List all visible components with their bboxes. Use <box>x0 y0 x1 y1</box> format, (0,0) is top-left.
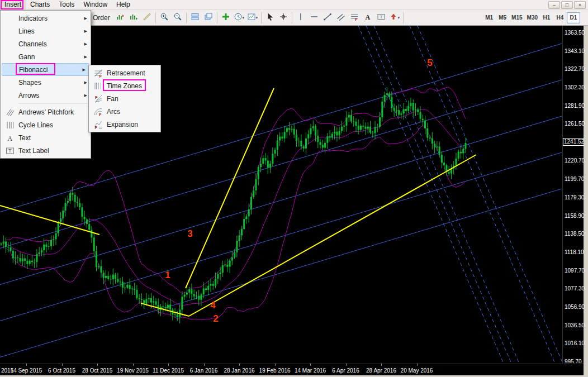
new-order-button[interactable]: Order <box>93 13 113 23</box>
fibonacci-submenu-item-retracement[interactable]: FRetracement <box>89 66 160 79</box>
zoom-in-button[interactable] <box>158 12 171 24</box>
timeframe-m5[interactable]: M5 <box>496 12 509 23</box>
timeframe-m15[interactable]: M15 <box>509 12 524 23</box>
period-clock-button[interactable]: ▾ <box>233 12 246 24</box>
price-axis-label: 1281.90 <box>565 103 585 109</box>
close-button[interactable]: × <box>574 1 586 9</box>
minimize-button[interactable]: – <box>548 1 560 9</box>
ruler-button[interactable] <box>140 12 154 24</box>
restore-button[interactable]: □ <box>561 1 573 9</box>
insert-menu-item-cycle-lines[interactable]: Cycle Lines <box>1 118 91 131</box>
new-chart-icon <box>221 12 230 23</box>
chart-shift-button[interactable] <box>113 12 127 24</box>
insert-menu-item-text-label[interactable]: TText Label <box>1 144 91 157</box>
price-axis-label: 1261.50 <box>565 121 585 127</box>
cursor-button[interactable] <box>263 12 277 24</box>
current-price-badge: 1241.52 <box>563 138 584 146</box>
svg-text:A: A <box>8 134 13 142</box>
chart-autoscroll-button[interactable] <box>127 12 140 24</box>
menu-tools[interactable]: Tools <box>54 0 79 9</box>
chart-shift-icon <box>116 12 125 23</box>
insert-menu-item-lines[interactable]: Lines▶ <box>1 25 91 37</box>
price-axis[interactable]: 1363.501343.101322.701302.301281.901261.… <box>562 26 584 375</box>
insert-menu-item-andrews-pitchfork[interactable]: Andrews' Pitchfork <box>1 106 91 118</box>
time-axis[interactable]: 201514 Sep 20156 Oct 201528 Oct 201519 N… <box>0 363 584 375</box>
insert-menu-item-channels[interactable]: Channels▶ <box>1 37 91 50</box>
price-axis-label: 1056.90 <box>565 304 585 311</box>
fibonacci-retracement-icon: F <box>350 12 359 23</box>
insert-menu-item-indicators[interactable]: Indicators▶ <box>1 12 91 25</box>
menu-insert[interactable]: Insert <box>0 0 26 9</box>
horizontal-line-button[interactable] <box>307 12 321 24</box>
text-label-icon: T <box>4 146 16 155</box>
arrow-tools-button[interactable]: ▾ <box>388 12 401 24</box>
empty-icon-slot <box>4 91 16 100</box>
insert-menu-item-shapes[interactable]: Shapes▶ <box>1 76 91 89</box>
cascade-windows-icon <box>204 12 213 23</box>
price-axis-label: 1322.70 <box>565 66 585 73</box>
dashed-trend-lines <box>358 26 562 363</box>
insert-menu-item-text[interactable]: AText <box>1 131 91 144</box>
menu-item-label: Time Zones <box>107 82 142 90</box>
time-axis-tick <box>97 364 98 366</box>
timeframe-h4[interactable]: H4 <box>553 12 567 23</box>
time-axis-label: 19 Nov 2015 <box>117 368 149 374</box>
svg-text:F: F <box>99 74 102 78</box>
text-button[interactable]: A <box>361 12 374 24</box>
insert-menu-item-fibonacci[interactable]: Fibonacci▶ <box>2 63 89 76</box>
tile-windows-icon <box>191 12 200 23</box>
time-axis-tick <box>239 364 240 366</box>
price-axis-label: 1158.90 <box>565 213 584 219</box>
empty-icon-slot <box>4 27 16 36</box>
menu-window[interactable]: Window <box>79 0 112 9</box>
price-axis-label: 1220.70 <box>565 158 585 164</box>
time-axis-label: 6 Oct 2015 <box>48 368 75 374</box>
crosshair-button[interactable] <box>277 12 290 24</box>
template-chart-button[interactable]: ▾ <box>246 12 259 24</box>
chart-autoscroll-icon <box>129 12 138 23</box>
cascade-windows-button[interactable] <box>202 12 215 24</box>
toolbar-separator <box>261 12 262 23</box>
equidistant-channel-button[interactable] <box>334 12 348 24</box>
time-axis-label: 11 Dec 2015 <box>153 368 184 374</box>
timeframe-m30[interactable]: M30 <box>525 12 540 23</box>
price-axis-label: 1179.30 <box>565 194 584 201</box>
trendline-button[interactable] <box>321 12 334 24</box>
menu-charts[interactable]: Charts <box>26 0 54 9</box>
time-axis-tick <box>168 364 169 366</box>
chevron-down-icon: ▾ <box>255 16 258 20</box>
fibonacci-submenu-item-fan[interactable]: FFan <box>89 92 160 105</box>
wave-label-1: 1 <box>165 270 170 280</box>
trendline-icon <box>323 12 332 23</box>
submenu-arrow-icon: ▶ <box>84 29 87 34</box>
menu-item-label: Text <box>18 134 31 142</box>
fibonacci-submenu: FRetracementTime ZonesFFanFArcsFExpansio… <box>88 65 161 132</box>
fibonacci-submenu-item-time-zones[interactable]: Time Zones <box>89 79 160 92</box>
price-axis-label: 1016.10 <box>565 340 585 347</box>
time-axis-label: 28 Apr 2016 <box>366 368 396 374</box>
equidistant-channel-icon <box>336 12 345 23</box>
new-chart-button[interactable] <box>219 12 233 24</box>
insert-menu-item-arrows[interactable]: Arrows▶ <box>1 89 91 102</box>
empty-icon-slot <box>4 78 16 87</box>
price-axis-label: 1118.10 <box>565 249 584 256</box>
fibo-fan-icon: F <box>92 94 105 103</box>
fibonacci-retracement-button[interactable]: F <box>348 12 361 24</box>
fibonacci-submenu-item-arcs[interactable]: FArcs <box>89 105 160 118</box>
fibonacci-submenu-item-expansion[interactable]: FExpansion <box>89 118 160 131</box>
price-axis-label: 1363.50 <box>565 30 585 36</box>
menu-help[interactable]: Help <box>112 0 135 9</box>
vertical-line-button[interactable] <box>294 12 307 24</box>
timeframe-h1[interactable]: H1 <box>540 12 553 23</box>
menu-item-label: Shapes <box>18 79 41 87</box>
timeframe-d1[interactable]: D1 <box>567 12 580 23</box>
tile-windows-button[interactable] <box>188 12 202 24</box>
text-label-button[interactable]: T <box>374 12 388 24</box>
menu-item-label: Arcs <box>107 108 120 116</box>
insert-menu-item-gann[interactable]: Gann▶ <box>1 50 91 63</box>
period-clock-icon <box>234 12 243 23</box>
wave-label-4: 4 <box>210 300 216 311</box>
zoom-out-button[interactable] <box>171 12 184 24</box>
ruler-icon <box>143 12 151 23</box>
timeframe-m1[interactable]: M1 <box>482 12 496 23</box>
